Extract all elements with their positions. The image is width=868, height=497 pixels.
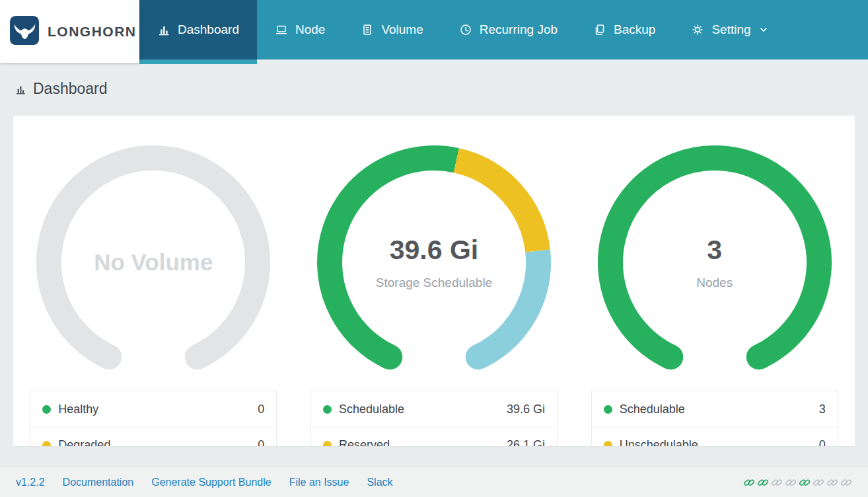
legend-dot [323,441,332,446]
page-title-row: Dashboard [15,80,108,98]
footer-links: v1.2.2 Documentation Generate Support Bu… [16,477,393,488]
legend-dot [42,441,51,446]
legend-value: 0 [258,402,264,416]
gauge-endcap [377,344,402,369]
nav-label: Recurring Job [480,22,558,37]
gauge-legend: Schedulable39.6 GiReserved26.1 Gi [310,391,558,446]
legend-row-healthy: Healthy0 [30,391,276,427]
setting-icon [691,23,704,36]
nav-label: Dashboard [178,22,239,37]
legend-dot [604,405,612,414]
gauge-segment [456,161,538,251]
nav-label: Node [295,22,325,37]
recurring-job-icon [459,23,472,36]
dashboard-icon [157,23,170,36]
volume-icon [361,23,374,36]
legend-row-degraded: Degraded0 [30,427,276,446]
footer-link-icons [743,477,852,488]
gauge-chart [310,138,558,387]
legend-value: 3 [819,402,826,416]
main-nav: Dashboard Node Volume Recurring Job [139,0,785,59]
gauge-chart [29,138,277,387]
gauge-panel-0: No VolumeHealthy0Degraded0 [13,116,294,446]
gauge-segment [610,158,819,357]
gauge-panel-1: 39.6 GiStorage SchedulableSchedulable39.… [294,116,575,446]
legend-value: 26.1 Gi [507,438,545,446]
nav-item-node[interactable]: Node [257,0,343,59]
legend-dot [323,405,332,414]
gauge-endcap [466,344,491,369]
footer-link-generate-support-bundle[interactable]: Generate Support Bundle [151,477,271,488]
legend-label: Unschedulable [620,438,698,446]
footer-link-file-an-issue[interactable]: File an Issue [289,477,349,488]
chevron-down-icon [760,27,768,32]
legend-label: Reserved [339,438,390,446]
chain-link-icon[interactable] [743,477,755,488]
nav-item-dashboard[interactable]: Dashboard [139,0,257,59]
gauge-segment [478,251,538,358]
legend-label: Schedulable [620,402,685,416]
legend-label: Healthy [58,402,98,416]
legend-value: 39.6 Gi [507,402,545,416]
chain-link-icon[interactable] [826,477,838,488]
legend-label: Degraded [58,438,110,446]
nav-item-recurring-job[interactable]: Recurring Job [441,0,575,59]
legend-dot [42,405,51,414]
legend-label: Schedulable [339,402,404,416]
longhorn-logo-icon [10,16,39,48]
logo-box[interactable]: LONGHORN [0,0,139,63]
gauge-legend: Healthy0Degraded0 [30,391,277,446]
legend-row-schedulable: Schedulable39.6 Gi [311,391,557,427]
gauge-endcap [185,344,210,369]
gauge-segment [330,158,456,357]
gauge-legend: Schedulable3Unschedulable0 [591,391,838,446]
gauge-chart [591,138,839,387]
backup-icon [593,23,606,36]
nav-label: Setting [711,22,750,37]
nav-item-volume[interactable]: Volume [343,0,441,59]
footer-link-slack[interactable]: Slack [367,477,392,488]
version-label: v1.2.2 [16,477,45,488]
gauge-segment [49,158,258,357]
gauge-endcap [658,344,683,369]
footer: v1.2.2 Documentation Generate Support Bu… [0,467,868,497]
chain-link-icon[interactable] [840,477,852,488]
legend-row-reserved: Reserved26.1 Gi [311,427,557,446]
gauge-panel-2: 3NodesSchedulable3Unschedulable0 [574,116,855,446]
chain-link-icon[interactable] [757,477,769,488]
dashboard-card: No VolumeHealthy0Degraded039.6 GiStorage… [13,116,855,446]
nav-item-backup[interactable]: Backup [575,0,673,59]
legend-value: 0 [819,438,826,446]
dashboard-page-icon [15,83,26,95]
gauge-endcap [97,344,122,369]
gauge-endcap [746,344,771,369]
chain-link-icon[interactable] [799,477,811,488]
chain-link-icon[interactable] [813,477,824,488]
nav-label: Backup [614,22,655,37]
page-title: Dashboard [33,80,108,98]
nav-label: Volume [381,22,423,37]
legend-row-schedulable: Schedulable3 [592,391,838,427]
node-icon [275,23,288,36]
chain-link-icon[interactable] [785,477,797,488]
legend-row-unschedulable: Unschedulable0 [592,427,838,446]
nav-item-setting[interactable]: Setting [673,0,785,59]
legend-value: 0 [258,438,264,446]
chain-link-icon[interactable] [771,477,783,488]
legend-dot [604,441,612,446]
brand-name: LONGHORN [48,24,137,40]
footer-link-documentation[interactable]: Documentation [63,477,134,488]
